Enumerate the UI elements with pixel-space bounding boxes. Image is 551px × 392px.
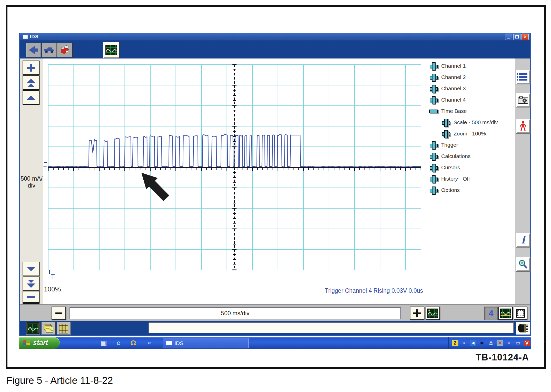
back-arrow-icon xyxy=(28,45,39,55)
mouse-icon[interactable]: ▫ xyxy=(506,340,512,346)
wireless-icon[interactable]: ◄ xyxy=(470,340,476,346)
status-message-bar xyxy=(149,322,514,333)
magnifier-icon xyxy=(518,259,528,269)
timebase-bar: 500 ms/div 4 xyxy=(20,304,530,322)
trigger-status-label: Trigger Channel 4 Rising 0.03V 0.0us xyxy=(325,287,423,294)
annotation-arrow xyxy=(141,173,169,201)
page-up-button[interactable] xyxy=(23,75,40,90)
sidebar-item-zoom-100[interactable]: Zoom - 100% xyxy=(441,130,515,138)
chevron-more-icon[interactable]: » xyxy=(145,338,154,347)
lock-icon[interactable]: Ω xyxy=(129,338,138,347)
timebase-decrease-button[interactable] xyxy=(52,307,66,320)
toolbox-button[interactable] xyxy=(57,43,73,57)
ie-icon[interactable]: e xyxy=(114,338,123,347)
restore-button[interactable] xyxy=(513,34,520,40)
channel-scope-button[interactable] xyxy=(498,307,513,320)
titlebar: IDS × xyxy=(20,33,530,41)
tray-icons: 2▪◄∗♙✕▫▭V xyxy=(452,340,533,346)
up-arrow-icon xyxy=(27,95,35,100)
expand-icon xyxy=(429,85,438,92)
double-up-arrow-icon xyxy=(27,79,35,87)
saved-recordings-button[interactable] xyxy=(41,322,56,335)
window-app-icon[interactable]: ▣ xyxy=(99,338,108,347)
vcm-device-button[interactable] xyxy=(516,322,530,335)
info-button[interactable]: i xyxy=(516,233,530,247)
vehicle-button[interactable] xyxy=(42,43,57,57)
agent-icon[interactable]: ♙ xyxy=(488,340,494,346)
person-icon xyxy=(520,121,526,132)
amplitude-decrease-button[interactable] xyxy=(23,291,40,303)
oscilloscope-tab-button[interactable] xyxy=(103,42,120,58)
sidebar-item-trigger[interactable]: Trigger xyxy=(429,141,515,149)
start-button[interactable]: start xyxy=(19,337,60,349)
minus-icon xyxy=(55,312,62,314)
expand-icon xyxy=(429,62,438,70)
display-icon[interactable]: ▭ xyxy=(515,340,521,346)
menu-list-button[interactable] xyxy=(516,70,530,84)
move-up-button[interactable] xyxy=(23,90,40,105)
camera-button[interactable] xyxy=(516,93,530,107)
clock: 2:11 PM xyxy=(534,336,545,350)
move-down-button[interactable] xyxy=(23,262,40,276)
figure-code: TB-10124-A xyxy=(476,352,529,363)
toolbox-icon xyxy=(59,45,71,55)
sidebar-item-options[interactable]: Options xyxy=(429,186,515,194)
zoom-search-button[interactable] xyxy=(516,257,530,271)
page: IDS × xyxy=(0,0,551,392)
expand-icon xyxy=(429,186,438,194)
back-button[interactable] xyxy=(26,43,41,57)
vertical-scale-label: 500 mA/ div xyxy=(20,175,43,189)
minimize-button[interactable] xyxy=(505,34,512,40)
sidebar-item-calculations[interactable]: Calculations xyxy=(429,152,515,160)
bottom-toolbar xyxy=(20,321,530,335)
sidebar-item-channel-2[interactable]: Channel 2 xyxy=(429,73,515,81)
antivirus-icon[interactable]: V xyxy=(524,340,530,346)
sidebar-item-time-base[interactable]: Time Base xyxy=(429,107,515,115)
timebase-scale-label: 500 ms/div xyxy=(221,310,249,317)
task-label: IDS xyxy=(174,340,183,346)
sidebar-item-channel-3[interactable]: Channel 3 xyxy=(429,84,515,92)
plus-icon xyxy=(413,309,421,317)
right-button-strip: i xyxy=(515,58,530,304)
person-button[interactable] xyxy=(516,119,530,133)
timebase-increase-button[interactable] xyxy=(410,307,424,320)
scope-view-button[interactable] xyxy=(26,322,40,335)
fullscreen-grid-button[interactable] xyxy=(514,307,527,320)
app-dots-icon[interactable]: ∗ xyxy=(479,340,485,346)
sidebar-item-channel-4[interactable]: Channel 4 xyxy=(429,96,515,104)
svg-text:T: T xyxy=(51,273,55,280)
windows-flag-icon xyxy=(22,339,31,347)
sidebar-item-scale-500-ms-div[interactable]: Scale - 500 ms/div xyxy=(441,118,515,126)
info-icon: i xyxy=(521,235,525,245)
oscilloscope-icon xyxy=(105,45,117,55)
minus-icon xyxy=(27,296,35,298)
task-icon xyxy=(166,341,172,345)
close-button[interactable]: × xyxy=(522,34,529,40)
page-down-button[interactable] xyxy=(23,277,40,291)
scope-plot[interactable]: TT 100% Trigger Channel 4 Rising 0.03V 0… xyxy=(43,58,426,304)
sidebar-item-channel-1[interactable]: Channel 1 xyxy=(429,62,515,70)
amplitude-increase-button[interactable] xyxy=(23,61,40,75)
capture-scope-button[interactable] xyxy=(426,307,440,320)
expand-icon xyxy=(429,152,438,160)
sidebar-item-history-off[interactable]: History - Off xyxy=(429,175,515,183)
updates-icon[interactable]: 2 xyxy=(452,340,458,346)
vehicle-icon xyxy=(43,46,55,54)
zoom-percent-label: 100% xyxy=(44,285,61,293)
network-disconnect-icon[interactable]: ✕ xyxy=(497,340,503,346)
expand-icon xyxy=(429,164,438,171)
reference-library-button[interactable] xyxy=(57,322,71,335)
top-toolbar xyxy=(20,41,530,59)
usb-icon[interactable]: ▪ xyxy=(461,340,467,346)
ids-window: IDS × xyxy=(19,33,531,336)
expand-icon xyxy=(429,141,438,149)
active-channel-indicator: 4 xyxy=(484,307,498,320)
app-icon xyxy=(23,35,28,39)
sidebar-item-cursors[interactable]: Cursors xyxy=(429,163,515,171)
expand-icon xyxy=(429,96,438,104)
taskbar-item-ids[interactable]: IDS xyxy=(163,338,249,348)
camera-icon xyxy=(518,96,528,104)
scope-canvas: TT xyxy=(43,58,426,304)
start-label: start xyxy=(33,339,48,347)
expand-icon xyxy=(429,73,438,81)
